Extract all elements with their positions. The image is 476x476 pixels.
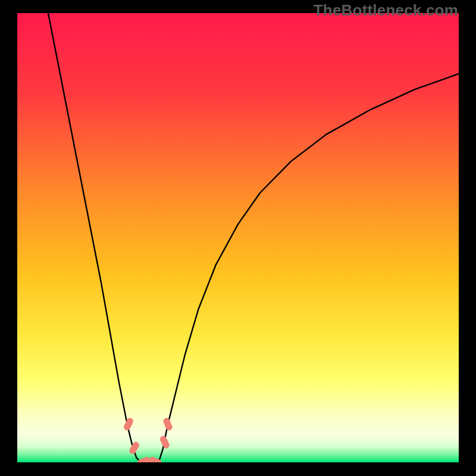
gradient-background xyxy=(17,13,459,462)
plot-svg xyxy=(17,13,459,462)
plot-frame xyxy=(17,13,459,462)
